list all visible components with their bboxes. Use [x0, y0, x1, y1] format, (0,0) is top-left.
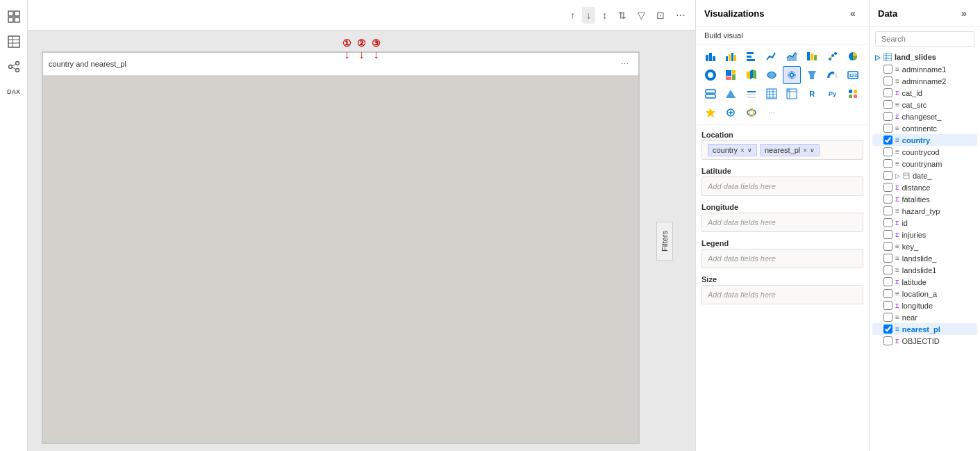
data-table-land-slides[interactable]: ▷ land_slides: [872, 51, 977, 63]
viz-azure-map[interactable]: [783, 66, 801, 84]
field-id[interactable]: Σ id: [872, 217, 977, 229]
field-continentc-checkbox[interactable]: [883, 124, 892, 133]
location-field-box[interactable]: country × ∨ nearest_pl × ∨: [701, 140, 863, 160]
toolbar-btn-filter[interactable]: ▽: [633, 7, 649, 24]
field-landslide[interactable]: ≡ landslide_: [872, 252, 977, 264]
field-countrynam-checkbox[interactable]: [883, 159, 892, 168]
field-countrynam[interactable]: ≡ countrynam: [872, 158, 977, 170]
field-nearest-pl[interactable]: ≡ nearest_pl: [872, 323, 977, 335]
field-key[interactable]: ≡ key_: [872, 240, 977, 252]
viz-pie[interactable]: [844, 47, 862, 65]
viz-map[interactable]: [742, 66, 761, 84]
filters-tab[interactable]: Filters: [656, 222, 673, 261]
field-cat-src-checkbox[interactable]: [883, 100, 892, 109]
viz-stacked-bar[interactable]: [701, 47, 720, 65]
data-search-input[interactable]: [875, 31, 974, 47]
toolbar-btn-sort2[interactable]: ⇅: [614, 7, 631, 24]
field-countrycod-checkbox[interactable]: [883, 147, 892, 156]
field-landslide1-checkbox[interactable]: [883, 265, 892, 274]
field-distance[interactable]: Σ distance: [872, 181, 977, 193]
toolbar-btn-up[interactable]: ↑: [566, 7, 579, 24]
field-landslide1[interactable]: ≡ landslide1: [872, 264, 977, 276]
field-latitude-checkbox[interactable]: [883, 277, 892, 286]
field-injuries[interactable]: Σ injuries: [872, 229, 977, 240]
field-continentc[interactable]: ≡ continentc: [872, 122, 977, 134]
field-hazard-typ-checkbox[interactable]: [883, 206, 892, 215]
viz-table[interactable]: [763, 85, 781, 103]
field-objectid-checkbox[interactable]: [883, 336, 892, 345]
field-location-a-checkbox[interactable]: [883, 289, 892, 298]
viz-scatter[interactable]: [824, 47, 842, 65]
field-latitude[interactable]: Σ latitude: [872, 276, 977, 288]
viz-area[interactable]: [783, 47, 801, 65]
toolbar-btn-focus[interactable]: ⊡: [652, 7, 669, 24]
field-adminname2-checkbox[interactable]: [883, 76, 892, 85]
field-changeset[interactable]: Σ changeset_: [872, 110, 977, 122]
viz-stacked-bar-h[interactable]: [742, 47, 761, 65]
nearest-pl-chip-remove[interactable]: ×: [803, 147, 807, 154]
viz-matrix[interactable]: [783, 85, 801, 103]
viz-py-visual[interactable]: Py: [824, 85, 842, 103]
latitude-field-box[interactable]: Add data fields here: [701, 177, 863, 196]
viz-custom2[interactable]: [701, 104, 720, 122]
toolbar-btn-more[interactable]: ⋯: [672, 7, 690, 24]
viz-slicer[interactable]: [742, 85, 761, 103]
field-adminname1-checkbox[interactable]: [883, 65, 892, 74]
viz-treemap[interactable]: [722, 66, 740, 84]
field-fatalities[interactable]: Σ fatalities: [872, 193, 977, 205]
field-date-checkbox[interactable]: [883, 171, 892, 180]
field-objectid[interactable]: Σ OBJECTID: [872, 335, 977, 347]
field-adminname1[interactable]: ≡ adminname1: [872, 63, 977, 75]
field-hazard-typ[interactable]: ≡ hazard_typ: [872, 205, 977, 217]
viz-custom3[interactable]: [722, 104, 740, 122]
nearest-pl-chip-arrow[interactable]: ∨: [810, 147, 815, 154]
field-adminname2[interactable]: ≡ adminname2: [872, 75, 977, 87]
dax-icon[interactable]: DAX: [3, 81, 25, 103]
viz-multi-row-card[interactable]: [701, 85, 720, 103]
field-longitude-checkbox[interactable]: [883, 301, 892, 310]
nearest-pl-chip[interactable]: nearest_pl × ∨: [760, 144, 820, 156]
field-date[interactable]: ▷ date_: [872, 170, 977, 181]
field-changeset-checkbox[interactable]: [883, 112, 892, 121]
viz-custom4[interactable]: [742, 104, 761, 122]
field-distance-checkbox[interactable]: [883, 183, 892, 192]
report-view-icon[interactable]: [3, 6, 25, 28]
country-chip-remove[interactable]: ×: [740, 147, 745, 154]
viz-gauge[interactable]: [824, 66, 842, 84]
field-cat-id[interactable]: Σ cat_id: [872, 87, 977, 99]
country-chip-arrow[interactable]: ∨: [747, 147, 752, 154]
field-nearest-pl-checkbox[interactable]: [883, 325, 892, 334]
viz-custom5[interactable]: ⋯: [763, 104, 781, 122]
viz-donut[interactable]: [701, 66, 720, 84]
viz-panel-collapse-btn[interactable]: «: [845, 6, 861, 21]
field-fatalities-checkbox[interactable]: [883, 195, 892, 204]
legend-field-box[interactable]: Add data fields here: [701, 249, 863, 268]
field-cat-src[interactable]: ≡ cat_src: [872, 99, 977, 110]
field-near[interactable]: ≡ near: [872, 311, 977, 323]
toolbar-btn-down[interactable]: ↓: [582, 7, 595, 24]
field-near-checkbox[interactable]: [883, 313, 892, 322]
viz-custom1[interactable]: [844, 85, 862, 103]
field-id-checkbox[interactable]: [883, 218, 892, 227]
country-chip[interactable]: country × ∨: [708, 144, 757, 156]
toolbar-btn-sort[interactable]: ↕: [598, 7, 611, 24]
viz-kpi[interactable]: [722, 85, 740, 103]
field-longitude[interactable]: Σ longitude: [872, 300, 977, 311]
data-panel-collapse-btn[interactable]: »: [956, 6, 972, 21]
model-view-icon[interactable]: [3, 56, 25, 78]
viz-ribbon[interactable]: [803, 47, 821, 65]
table-view-icon[interactable]: [3, 31, 25, 53]
field-injuries-checkbox[interactable]: [883, 230, 892, 239]
longitude-field-box[interactable]: Add data fields here: [701, 213, 863, 232]
viz-funnel[interactable]: [803, 66, 821, 84]
viz-r-visual[interactable]: R: [803, 85, 821, 103]
viz-filled-map[interactable]: [763, 66, 781, 84]
field-key-checkbox[interactable]: [883, 242, 892, 251]
title-action-btn[interactable]: ⋯: [616, 56, 633, 72]
viz-clustered-bar[interactable]: [722, 47, 740, 65]
field-countrycod[interactable]: ≡ countrycod: [872, 146, 977, 158]
size-field-box[interactable]: Add data fields here: [701, 285, 863, 304]
field-country[interactable]: ≡ country: [872, 134, 977, 146]
viz-line[interactable]: [763, 47, 781, 65]
field-location-a[interactable]: ≡ location_a: [872, 288, 977, 300]
